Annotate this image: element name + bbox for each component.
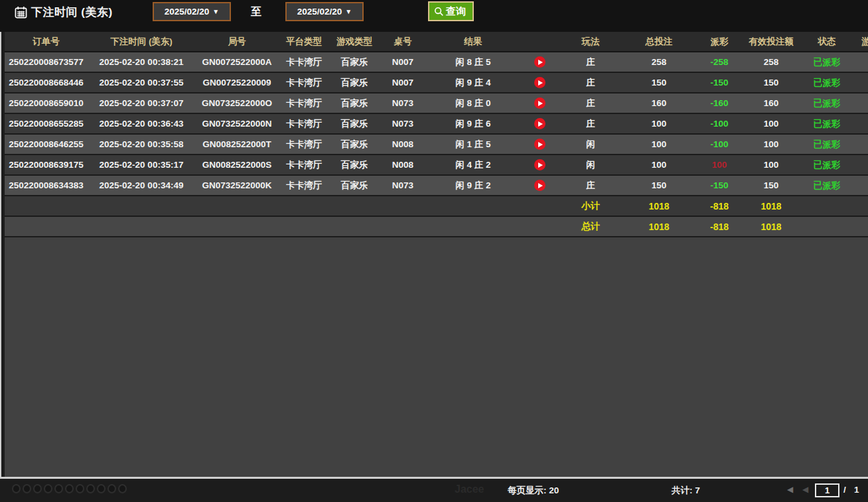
order-id-cell: 250220008668446: [5, 73, 88, 92]
round-id-cell: GN00725220009: [195, 73, 279, 92]
table-row: 250220008655285 2025-02-20 00:36:43 GN07…: [5, 114, 868, 135]
round-id-cell: GN0732522000O: [195, 94, 279, 113]
page-separator: /: [843, 485, 846, 495]
order-id-cell: 250220008646255: [5, 135, 88, 154]
table-no-cell: N073: [380, 114, 426, 133]
game-cell: [855, 176, 868, 195]
to-label: 至: [251, 5, 261, 19]
result-cell: 闲 4 庄 2: [426, 155, 520, 174]
calendar-icon: [15, 6, 27, 19]
round-id-cell: GN0732522000N: [195, 114, 279, 133]
platform-cell: 卡卡湾厅: [279, 135, 329, 154]
prev-page-icon[interactable]: ◀: [802, 485, 808, 494]
search-button[interactable]: 查询: [428, 1, 474, 21]
col-header-valid-bet: 有效投注额: [743, 32, 799, 51]
first-page-icon[interactable]: ◀: [787, 485, 793, 494]
table-header-row: 订单号 下注时间 (美东) 局号 平台类型 游戏类型 桌号 结果 玩法 总投注 …: [5, 32, 868, 52]
status-cell: 已派彩: [799, 114, 855, 133]
game-type-cell: 百家乐: [329, 73, 380, 92]
valid-bet-cell: 160: [743, 94, 799, 113]
play-video-icon[interactable]: [534, 77, 545, 88]
total-bet-cell: 150: [622, 176, 695, 195]
payout-cell: -100: [695, 114, 743, 133]
result-cell: 闲 8 庄 5: [426, 52, 520, 72]
subtotal-total-bet: 1018: [622, 196, 695, 216]
date-from-value: 2025/02/20: [165, 7, 210, 17]
replay-cell: [520, 155, 559, 174]
status-cell: 已派彩: [799, 73, 855, 92]
col-header-table-no: 桌号: [380, 32, 426, 51]
total-bet-cell: 100: [622, 135, 695, 154]
table-left-gutter: [1, 32, 5, 477]
col-header-payout: 派彩: [695, 32, 743, 51]
order-id-cell: 250220008634383: [5, 176, 88, 195]
col-header-platform: 平台类型: [279, 32, 329, 51]
bet-time-cell: 2025-02-20 00:35:17: [88, 155, 195, 174]
play-video-icon[interactable]: [534, 159, 545, 170]
subtotal-valid-bet: 1018: [743, 196, 799, 216]
game-cell: [855, 155, 868, 174]
game-cell: [855, 114, 868, 133]
total-count-label: 共计: 7: [672, 485, 700, 497]
payout-cell: 100: [695, 155, 743, 174]
result-cell: 闲 9 庄 4: [426, 73, 520, 92]
play-video-icon[interactable]: [534, 97, 545, 109]
table-row: 250220008634383 2025-02-20 00:34:49 GN07…: [5, 176, 868, 196]
bet-time-cell: 2025-02-20 00:34:49: [88, 176, 195, 195]
status-cell: 已派彩: [799, 94, 855, 113]
col-header-status: 状态: [799, 32, 855, 51]
col-header-total-bet: 总投注: [622, 32, 695, 51]
play-cell: 庄: [559, 73, 622, 92]
page-number-input[interactable]: [815, 483, 839, 497]
play-cell: 庄: [559, 176, 622, 195]
status-cell: 已派彩: [799, 176, 855, 195]
game-type-cell: 百家乐: [329, 135, 380, 154]
payout-cell: -258: [695, 52, 743, 72]
subtotal-label: 小计: [559, 196, 622, 216]
bet-time-cell: 2025-02-20 00:36:43: [88, 114, 195, 133]
table-no-cell: N073: [380, 176, 426, 195]
play-video-icon[interactable]: [534, 56, 545, 68]
play-video-icon[interactable]: [534, 118, 545, 129]
play-video-icon[interactable]: [534, 180, 545, 191]
bet-time-title-group: 下注时间 (美东): [15, 5, 113, 20]
replay-cell: [520, 176, 559, 195]
subtotal-payout: -818: [695, 196, 743, 216]
date-from-picker[interactable]: 2025/02/20 ▼: [153, 2, 231, 21]
col-header-game: 游: [855, 32, 868, 51]
play-cell: 庄: [559, 52, 622, 72]
table-row: 250220008646255 2025-02-20 00:35:58 GN00…: [5, 135, 868, 155]
status-cell: 已派彩: [799, 52, 855, 72]
order-id-cell: 250220008659010: [5, 94, 88, 113]
bet-time-cell: 2025-02-20 00:35:58: [88, 135, 195, 154]
valid-bet-cell: 100: [743, 114, 799, 133]
grand-total-label: 总计: [559, 217, 622, 236]
round-id-cell: GN0082522000S: [195, 155, 279, 174]
table-row: 250220008659010 2025-02-20 00:37:07 GN07…: [5, 94, 868, 114]
valid-bet-cell: 150: [743, 73, 799, 92]
game-cell: [855, 94, 868, 113]
game-cell: [855, 52, 868, 72]
status-cell: 已派彩: [799, 155, 855, 174]
grand-total-valid-bet: 1018: [743, 217, 799, 236]
order-id-cell: 250220008673577: [5, 52, 88, 72]
table-no-cell: N007: [380, 52, 426, 72]
total-bet-cell: 100: [622, 114, 695, 133]
play-video-icon[interactable]: [534, 139, 545, 150]
result-cell: 闲 9 庄 2: [426, 176, 520, 195]
valid-bet-cell: 258: [743, 52, 799, 72]
table-row: 250220008673577 2025-02-20 00:38:21 GN00…: [5, 52, 868, 73]
search-button-label: 查询: [446, 5, 466, 18]
subtotal-row: 小计 1018 -818 1018: [5, 196, 868, 217]
bet-time-cell: 2025-02-20 00:37:55: [88, 73, 195, 92]
round-id-cell: GN0082522000T: [195, 135, 279, 154]
col-header-bet-time: 下注时间 (美东): [88, 32, 195, 51]
replay-cell: [520, 114, 559, 133]
chevron-down-icon: ▼: [212, 8, 219, 15]
col-header-order-id: 订单号: [5, 32, 88, 51]
round-id-cell: GN0732522000K: [195, 176, 279, 195]
background-watermark: Jacee: [455, 483, 484, 495]
search-icon: [434, 7, 444, 17]
date-to-picker[interactable]: 2025/02/20 ▼: [285, 2, 364, 21]
platform-cell: 卡卡湾厅: [279, 114, 329, 133]
